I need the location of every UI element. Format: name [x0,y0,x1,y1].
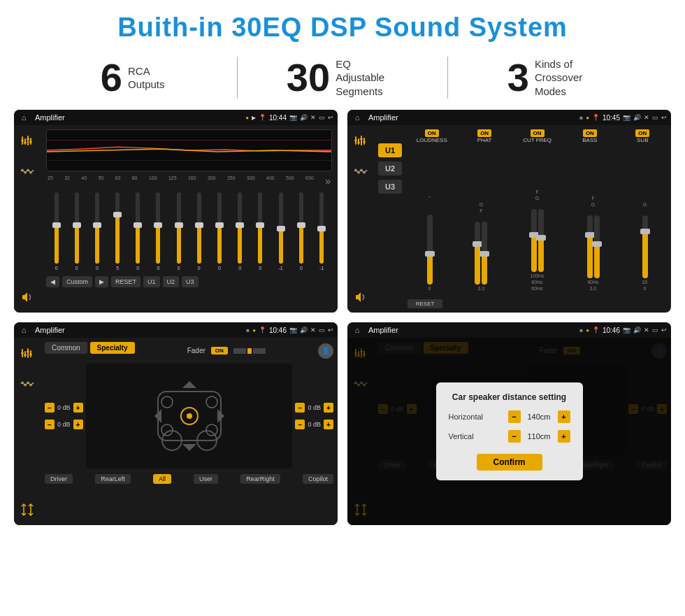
fader-header: Fader ON [187,347,266,354]
wave-icon-3[interactable] [17,374,37,394]
slider-4[interactable]: 5 [115,192,120,271]
stat-desc-rca: RCAOutputs [128,64,165,92]
svg-rect-15 [354,140,357,141]
slider-12[interactable]: -1 [278,192,282,271]
u2-btn[interactable]: U2 [163,276,180,287]
minus-btn-2[interactable]: − [45,420,55,429]
slider-2[interactable]: 0 [75,192,79,271]
x-icon-1: ✕ [310,114,316,121]
back-icon-2[interactable]: ↩ [661,114,667,121]
u2-selector[interactable]: U2 [378,162,402,176]
back-icon-4[interactable]: ↩ [661,327,667,334]
time-4: 10:46 [603,327,620,334]
freq-160: 160 [188,176,196,187]
horizontal-controls: − 140cm + [508,410,570,423]
freq-250: 250 [227,176,236,187]
bottom-buttons-3: Driver RearLeft All User RearRight Copil… [45,474,333,484]
fader-tabs: Common Specialty [45,342,135,354]
slider-10[interactable]: 0 [238,192,242,271]
minus-btn-3[interactable]: − [295,403,305,413]
u1-btn[interactable]: U1 [143,276,160,287]
wave-icon-2[interactable] [351,162,370,181]
arrows-icon-3[interactable] [17,500,37,520]
plus-btn-3[interactable]: + [324,403,333,413]
slider-11[interactable]: 0 [258,192,262,271]
u3-selector[interactable]: U3 [378,180,402,194]
slider-5[interactable]: 0 [136,192,140,271]
app-title-3: Amplifier [35,326,243,334]
sub-slider[interactable]: G 20 0 [642,202,648,291]
cutfreq-slider[interactable]: F G 100Hz 80Hz 60Hz [530,189,544,291]
plus-btn-2[interactable]: + [73,420,83,429]
home-icon-2[interactable]: ⌂ [352,112,363,123]
u3-btn[interactable]: U3 [182,276,199,287]
loudness-slider[interactable]: ~ 0 [427,194,433,291]
home-icon-4[interactable]: ⌂ [352,324,363,336]
freq-500: 500 [286,176,294,187]
slider-1[interactable]: 0 [55,192,59,271]
screen1-content: 25 32 40 50 63 80 100 125 160 200 250 32… [14,125,338,313]
screen-fader: ⌂ Amplifier ■ ● 📍 10:46 📷 🔊 ✕ ▭ ↩ [14,322,338,525]
u1-selector[interactable]: U1 [378,143,402,157]
profile-icon-3[interactable]: 👤 [318,343,333,359]
time-2: 10:45 [603,114,620,122]
minus-btn-1[interactable]: − [45,403,55,413]
svg-rect-20 [24,351,26,357]
phat-slider[interactable]: G F 3.0 [475,202,487,291]
pin-icon-1: 📍 [259,114,266,121]
channel-cutfreq: ON CUT FREQ [517,129,558,143]
x-icon-2: ✕ [644,114,649,121]
home-icon-3[interactable]: ⌂ [18,324,29,336]
dot-icon-1: ● [245,115,249,121]
custom-btn[interactable]: Custom [62,276,92,287]
slider-6[interactable]: 0 [156,192,160,271]
eq-sliders-icon-2[interactable] [351,131,370,150]
play-btn[interactable]: ▶ [95,276,108,287]
home-icon-1[interactable]: ⌂ [18,112,29,123]
all-btn[interactable]: All [153,474,171,484]
confirm-button[interactable]: Confirm [477,454,542,471]
back-icon-1[interactable]: ↩ [328,114,333,121]
slider-3[interactable]: 0 [95,192,99,271]
user-btn[interactable]: User [194,474,218,484]
tab-common-3[interactable]: Common [45,342,87,354]
bass-slider[interactable]: F G 90Hz 3.0 [587,196,600,291]
expand-icon[interactable]: » [325,176,331,187]
slider-7[interactable]: 0 [177,192,181,271]
vertical-value: 110cm [524,432,555,440]
copilot-btn[interactable]: Copilot [303,474,333,484]
slider-8[interactable]: 0 [197,192,201,271]
vertical-minus[interactable]: − [508,430,521,443]
horizontal-plus[interactable]: + [558,410,570,423]
sliders-area: 0 0 0 5 0 0 0 0 0 0 0 -1 0 -1 [46,189,332,273]
back-icon-3[interactable]: ↩ [328,327,333,334]
svg-point-31 [187,413,192,419]
vertical-plus[interactable]: + [558,430,570,443]
x-icon-4: ✕ [644,327,649,334]
rect-icon-3: ▭ [319,327,325,334]
minus-btn-4[interactable]: − [295,420,305,429]
rearright-btn[interactable]: RearRight [240,474,280,484]
reset-btn-1[interactable]: RESET [111,276,140,287]
speaker-icon-2[interactable] [351,287,370,307]
speaker-icon-1[interactable] [17,287,37,307]
svg-rect-16 [357,142,360,143]
slider-14[interactable]: -1 [319,192,324,271]
horizontal-minus[interactable]: − [508,410,521,423]
tab-specialty-3[interactable]: Specialty [90,342,135,354]
vol-icon-3: 🔊 [300,327,308,334]
prev-btn[interactable]: ◀ [46,276,59,287]
wave-icon-1[interactable] [17,162,37,181]
slider-9[interactable]: 0 [217,192,222,271]
driver-btn[interactable]: Driver [45,474,73,484]
plus-btn-4[interactable]: + [324,420,333,429]
plus-btn-1[interactable]: + [73,403,83,413]
reset-btn-2[interactable]: RESET [408,299,442,308]
on-toggle-3[interactable]: ON [211,347,228,354]
eq-sliders-icon[interactable] [17,131,37,150]
fader-label-3: Fader [187,347,206,354]
screen-crossover: ⌂ Amplifier ■ ● 📍 10:45 📷 🔊 ✕ ▭ ↩ [347,110,671,313]
eq-sliders-icon-3[interactable] [17,343,37,363]
rearleft-btn[interactable]: RearLeft [95,474,131,484]
slider-13[interactable]: 0 [299,192,303,271]
